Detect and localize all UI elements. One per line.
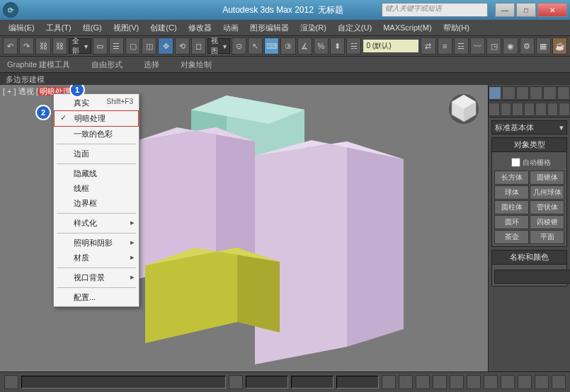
ctx-lighting[interactable]: 照明和阴影 xyxy=(54,236,139,250)
menu-group[interactable]: 组(G) xyxy=(77,21,108,35)
plane-button[interactable]: 平面 xyxy=(530,230,564,244)
undo-icon[interactable]: ↶ xyxy=(3,38,18,54)
orbit-icon[interactable] xyxy=(467,375,481,389)
ctx-hidden-line[interactable]: 隐藏线 xyxy=(54,166,139,181)
primitive-type-combo[interactable]: 标准基本体▾ xyxy=(491,120,567,134)
layer-manager-icon[interactable]: ☲ xyxy=(454,38,469,54)
teapot-button[interactable]: 茶壶 xyxy=(494,230,529,244)
material-editor-icon[interactable]: ◉ xyxy=(503,38,518,54)
motion-tab-icon[interactable] xyxy=(530,86,542,100)
create-tab-icon[interactable] xyxy=(489,86,501,100)
cameras-icon[interactable] xyxy=(524,103,535,116)
isolate-icon[interactable] xyxy=(416,375,430,389)
coord-y-field[interactable] xyxy=(291,376,334,388)
tube-button[interactable]: 管状体 xyxy=(530,200,564,214)
angle-snap-icon[interactable]: ∡ xyxy=(297,38,312,54)
minimize-button[interactable]: — xyxy=(495,3,515,17)
selection-lock-icon[interactable] xyxy=(433,375,447,389)
link-icon[interactable]: ⛓ xyxy=(35,38,50,54)
menu-render[interactable]: 渲染(R) xyxy=(295,21,332,35)
mirror-icon[interactable]: ⇄ xyxy=(421,38,435,54)
zoom-region-icon[interactable] xyxy=(535,375,549,389)
zoom-icon[interactable] xyxy=(484,375,498,389)
selection-filter-combo[interactable]: 全部 ▾ xyxy=(69,38,91,54)
snap-icon[interactable]: ③ xyxy=(280,38,295,54)
scale-icon[interactable]: ◻ xyxy=(191,38,206,54)
help-search-input[interactable]: 键入关键字或短语 xyxy=(382,3,488,17)
hierarchy-tab-icon[interactable] xyxy=(516,86,529,100)
ribbon-freeform[interactable]: 自由形式 xyxy=(91,59,122,70)
menu-create[interactable]: 创建(C) xyxy=(144,21,182,35)
ctx-bounding-box[interactable]: 边界框 xyxy=(54,196,139,211)
ribbon-graphite[interactable]: Graphite 建模工具 xyxy=(7,59,70,70)
ribbon-selection[interactable]: 选择 xyxy=(144,59,159,70)
systems-icon[interactable] xyxy=(559,103,570,116)
render-setup-icon[interactable]: ⚙ xyxy=(520,38,535,54)
maximize-button[interactable]: □ xyxy=(516,3,536,17)
menu-graph-editors[interactable]: 图形编辑器 xyxy=(244,21,295,35)
box-button[interactable]: 长方体 xyxy=(494,171,529,185)
viewport[interactable]: [ + ] 透视 [明暗处理] 1 2 真实Shift+F3 ✓明暗处理 一致的… xyxy=(0,85,489,372)
pan-icon[interactable] xyxy=(450,375,464,389)
ctx-shaded[interactable]: ✓明暗处理 xyxy=(54,110,139,127)
menu-modifiers[interactable]: 修改器 xyxy=(183,21,217,35)
select-rect-icon[interactable]: ▢ xyxy=(125,38,140,54)
autogrid-checkbox[interactable] xyxy=(511,158,520,167)
shapes-icon[interactable] xyxy=(501,103,512,116)
named-sets-icon[interactable]: ☵ xyxy=(346,38,361,54)
close-button[interactable]: ✕ xyxy=(537,3,567,17)
torus-button[interactable]: 圆环 xyxy=(494,215,529,229)
align-icon[interactable]: ≡ xyxy=(438,38,452,54)
object-name-input[interactable] xyxy=(494,270,570,284)
schematic-icon[interactable]: ◳ xyxy=(486,38,501,54)
grid-icon[interactable] xyxy=(382,375,396,389)
sphere-button[interactable]: 球体 xyxy=(494,185,529,200)
ribbon-paint[interactable]: 对象绘制 xyxy=(181,59,212,70)
zoom-extents-icon[interactable] xyxy=(501,375,515,389)
select-manipulate-icon[interactable]: ↖ xyxy=(248,38,263,54)
coord-z-field[interactable] xyxy=(336,376,379,388)
window-crossing-icon[interactable]: ◫ xyxy=(142,38,156,54)
pivot-icon[interactable]: ⊙ xyxy=(232,38,246,54)
spinner-snap-icon[interactable]: ⬍ xyxy=(330,38,345,54)
view-cube-icon[interactable] xyxy=(446,89,481,125)
spacewarps-icon[interactable] xyxy=(547,103,559,116)
ctx-wireframe[interactable]: 线框 xyxy=(54,181,139,196)
app-icon[interactable]: ⟳ xyxy=(3,2,18,18)
name-color-header[interactable]: 名称和颜色 xyxy=(492,250,566,265)
ctx-edged-faces[interactable]: 边面 xyxy=(54,146,139,161)
unlink-icon[interactable]: ⛓ xyxy=(52,38,67,54)
menu-tools[interactable]: 工具(T) xyxy=(40,21,77,35)
menu-maxscript[interactable]: MAXScript(M) xyxy=(377,22,437,33)
move-icon[interactable]: ✥ xyxy=(158,38,173,54)
rotate-icon[interactable]: ⟲ xyxy=(175,38,190,54)
lock-icon[interactable] xyxy=(229,375,243,389)
time-tag-icon[interactable] xyxy=(399,375,413,389)
fov-icon[interactable] xyxy=(518,375,532,389)
curve-editor-icon[interactable]: 〰 xyxy=(470,38,485,54)
ctx-consistent-color[interactable]: 一致的色彩 xyxy=(54,127,139,142)
menu-animation[interactable]: 动画 xyxy=(217,21,244,35)
render-icon[interactable]: ☕ xyxy=(552,38,567,54)
select-name-icon[interactable]: ☰ xyxy=(109,38,124,54)
cylinder-button[interactable]: 圆柱体 xyxy=(494,200,529,214)
menu-edit[interactable]: 编辑(E) xyxy=(3,21,40,35)
coord-x-field[interactable] xyxy=(246,376,288,388)
pyramid-button[interactable]: 四棱锥 xyxy=(530,215,564,229)
ctx-configure[interactable]: 配置... xyxy=(54,290,139,305)
object-type-header[interactable]: 对象类型 xyxy=(492,138,566,152)
select-icon[interactable]: ▭ xyxy=(93,38,108,54)
ref-coord-combo[interactable]: 视图 ▾ xyxy=(207,38,230,54)
utilities-tab-icon[interactable] xyxy=(557,86,570,100)
maximize-viewport-icon[interactable] xyxy=(552,375,566,389)
layer-input[interactable]: 0 (默认) xyxy=(363,39,419,53)
ctx-background[interactable]: 视口背景 xyxy=(54,270,139,285)
menu-help[interactable]: 帮助(H) xyxy=(438,21,475,35)
percent-snap-icon[interactable]: % xyxy=(314,38,329,54)
helpers-icon[interactable] xyxy=(535,103,547,116)
lights-icon[interactable] xyxy=(512,103,523,116)
geometry-icon[interactable] xyxy=(489,103,500,116)
display-tab-icon[interactable] xyxy=(543,86,556,100)
render-frame-icon[interactable]: ▦ xyxy=(536,38,551,54)
maxscript-listener-icon[interactable] xyxy=(4,375,18,389)
